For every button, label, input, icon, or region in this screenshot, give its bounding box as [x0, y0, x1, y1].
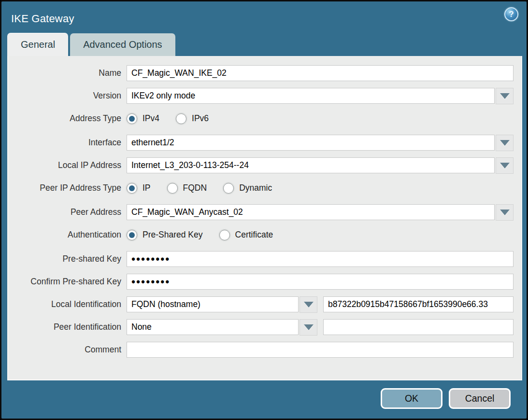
- cancel-button[interactable]: Cancel: [449, 388, 511, 409]
- field-row-authentication: Authentication Pre-Shared Key Certificat…: [8, 227, 514, 243]
- field-row-peer-ip-type: Peer IP Address Type IP FQDN Dynamic: [8, 180, 514, 196]
- interface-select[interactable]: [127, 135, 495, 151]
- peer-address-dropdown-button[interactable]: [496, 204, 514, 221]
- dialog-titlebar: IKE Gateway ?: [1, 1, 527, 33]
- chevron-down-icon: [500, 210, 510, 215]
- radio-peer-ip-label: IP: [143, 183, 151, 193]
- chevron-down-icon: [304, 302, 314, 308]
- version-label: Version: [8, 91, 127, 101]
- interface-label: Interface: [8, 138, 127, 148]
- confirm-preshared-key-label: Confirm Pre-shared Key: [8, 277, 127, 287]
- radio-peer-fqdn-label: FQDN: [183, 183, 207, 193]
- field-row-comment: Comment: [8, 342, 514, 358]
- field-row-name: Name: [8, 65, 514, 81]
- chevron-down-icon: [500, 140, 510, 146]
- confirm-preshared-key-input[interactable]: [127, 274, 514, 290]
- name-label: Name: [8, 68, 127, 78]
- radio-ipv6[interactable]: [176, 113, 186, 124]
- chevron-down-icon: [304, 324, 314, 330]
- field-row-address-type: Address Type IPv4 IPv6: [8, 111, 514, 126]
- radio-peer-fqdn[interactable]: [167, 183, 178, 194]
- version-dropdown-button[interactable]: [496, 88, 514, 104]
- general-tab-panel: Name Version Address Type IPv4 IPv6: [7, 56, 522, 380]
- local-identification-label: Local Identification: [8, 299, 127, 309]
- local-ip-dropdown-button[interactable]: [496, 157, 514, 174]
- preshared-key-label: Pre-shared Key: [8, 254, 127, 264]
- field-row-local-identification: Local Identification: [8, 296, 514, 312]
- radio-preshared-key-label: Pre-Shared Key: [143, 230, 203, 240]
- dialog-title: IKE Gateway: [11, 13, 74, 25]
- local-ip-select[interactable]: [127, 157, 495, 173]
- comment-label: Comment: [8, 345, 127, 355]
- radio-preshared-key[interactable]: [127, 230, 137, 240]
- tab-general[interactable]: General: [7, 33, 68, 56]
- field-row-confirm-preshared-key: Confirm Pre-shared Key: [8, 274, 514, 290]
- peer-identification-value-input[interactable]: [323, 319, 514, 335]
- field-row-local-ip: Local IP Address: [8, 157, 514, 173]
- radio-peer-ip[interactable]: [127, 183, 137, 194]
- tab-bar: General Advanced Options: [1, 33, 527, 56]
- tab-advanced-options[interactable]: Advanced Options: [70, 33, 175, 56]
- field-row-peer-address: Peer Address: [8, 204, 514, 220]
- peer-address-label: Peer Address: [8, 207, 127, 217]
- radio-ipv4[interactable]: [127, 113, 137, 124]
- local-identification-value-input[interactable]: [323, 296, 514, 312]
- dialog-footer: OK Cancel: [1, 380, 527, 409]
- authentication-label: Authentication: [8, 230, 127, 240]
- ok-button[interactable]: OK: [381, 388, 442, 409]
- peer-identification-dropdown-button[interactable]: [300, 319, 317, 336]
- interface-dropdown-button[interactable]: [496, 135, 514, 151]
- radio-ipv4-label: IPv4: [143, 113, 159, 124]
- help-icon[interactable]: ?: [504, 7, 518, 21]
- field-row-interface: Interface: [8, 135, 514, 151]
- local-ip-label: Local IP Address: [8, 160, 127, 170]
- field-row-version: Version: [8, 88, 514, 104]
- radio-ipv6-label: IPv6: [192, 113, 209, 124]
- chevron-down-icon: [500, 163, 510, 168]
- peer-ip-type-label: Peer IP Address Type: [8, 183, 127, 193]
- peer-address-select[interactable]: [127, 204, 495, 220]
- radio-certificate[interactable]: [219, 230, 230, 240]
- address-type-label: Address Type: [8, 113, 127, 124]
- local-identification-type-select[interactable]: [127, 296, 299, 312]
- chevron-down-icon: [500, 93, 510, 99]
- field-row-peer-identification: Peer Identification: [8, 319, 514, 335]
- name-input[interactable]: [127, 65, 514, 81]
- local-identification-dropdown-button[interactable]: [300, 296, 317, 313]
- comment-input[interactable]: [127, 342, 514, 358]
- ike-gateway-dialog: IKE Gateway ? General Advanced Options N…: [0, 0, 528, 420]
- preshared-key-input[interactable]: [127, 251, 514, 267]
- radio-peer-dynamic-label: Dynamic: [239, 183, 272, 193]
- field-row-preshared-key: Pre-shared Key: [8, 251, 514, 267]
- version-select[interactable]: [127, 88, 495, 104]
- peer-identification-label: Peer Identification: [8, 322, 127, 332]
- peer-identification-type-select[interactable]: [127, 319, 299, 335]
- radio-certificate-label: Certificate: [235, 230, 273, 240]
- radio-peer-dynamic[interactable]: [223, 183, 234, 194]
